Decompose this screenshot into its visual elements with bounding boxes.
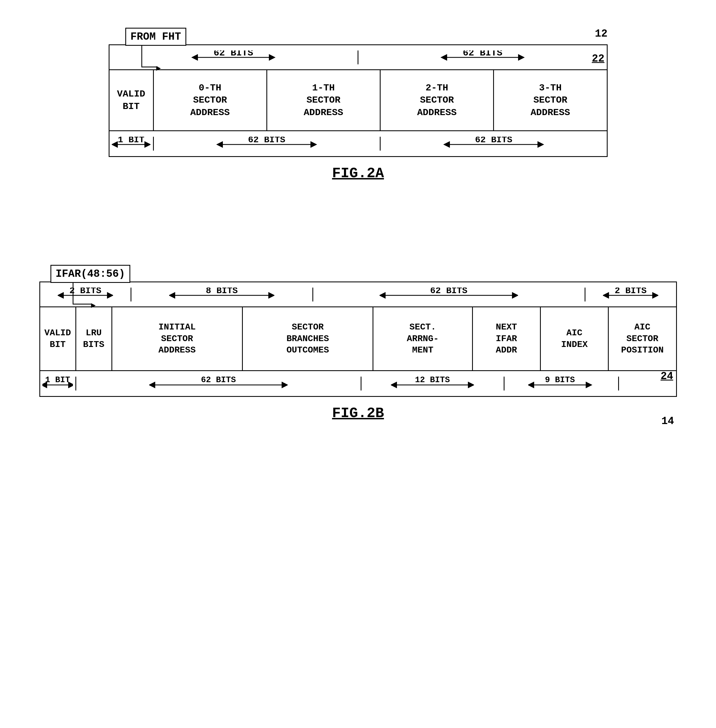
cell-2b-aic-sector: AICSECTORPOSITION bbox=[609, 307, 676, 370]
bottom-arrow-row-2b: 1 BIT 62 BITS bbox=[40, 371, 676, 396]
bottom-62bits-right: 62 BITS bbox=[381, 137, 607, 150]
cell-2th: 2-THSECTORADDRESS bbox=[381, 70, 494, 130]
arrow-62bits-right-svg: 62 BITS bbox=[441, 137, 546, 150]
cell-2b-lru: LRUBITS bbox=[76, 307, 112, 370]
bottom-62bits-left: 62 BITS bbox=[154, 137, 381, 150]
arrow-62-left: 62 BITS bbox=[109, 50, 358, 64]
ref-14: 14 bbox=[661, 415, 674, 427]
svg-text:1 BIT: 1 BIT bbox=[45, 377, 70, 385]
ref-12: 12 bbox=[595, 28, 608, 40]
svg-bot-12bits: 12 BITS bbox=[391, 377, 474, 391]
arrow-62-right: 62 BITS 22 bbox=[358, 50, 607, 64]
cell-2b-branches: SECTORBRANCHESOUTCOMES bbox=[243, 307, 373, 370]
bottom-2b-1bit: 1 BIT bbox=[40, 377, 76, 391]
cells-row-2b: VALIDBIT LRUBITS INITIALSECTORADDRESS SE… bbox=[40, 307, 676, 371]
cell-2b-valid: VALIDBIT bbox=[40, 307, 76, 370]
svg-text:9 BITS: 9 BITS bbox=[545, 377, 575, 385]
cell-3th: 3-THSECTORADDRESS bbox=[494, 70, 607, 130]
arrow-62bits-2b: 62 BITS bbox=[313, 287, 586, 301]
svg-text:62 BITS: 62 BITS bbox=[463, 50, 502, 58]
cell-2b-next-ifar: NEXTIFARADDR bbox=[473, 307, 541, 370]
cell-valid-bit: VALIDBIT bbox=[109, 70, 154, 130]
svg-text:1 BIT: 1 BIT bbox=[118, 137, 144, 145]
svg-text:12 BITS: 12 BITS bbox=[415, 377, 450, 385]
svg-2bits-1: 2 BITS bbox=[58, 287, 113, 301]
bottom-arrow-row-2a: 1 BIT bbox=[109, 131, 607, 156]
svg-text:2 BITS: 2 BITS bbox=[615, 287, 647, 296]
page: 12 FROM FHT ▶ bbox=[0, 0, 716, 728]
top-arrow-row-2b: 2 BITS 8 BITS bbox=[40, 282, 676, 307]
arrow-1bit-svg: 1 BIT bbox=[112, 137, 150, 150]
svg-text:62 BITS: 62 BITS bbox=[214, 50, 253, 58]
svg-text:62 BITS: 62 BITS bbox=[475, 137, 512, 145]
from-fht-label: FROM FHT bbox=[125, 28, 186, 46]
arrow-2bits-2: 2 BITS bbox=[586, 287, 676, 301]
cell-2b-arrng: SECT.ARRNG-MENT bbox=[373, 307, 473, 370]
cell-2b-initial-sector: INITIALSECTORADDRESS bbox=[112, 307, 243, 370]
ref-22: 22 bbox=[592, 53, 605, 65]
cell-0th: 0-THSECTORADDRESS bbox=[154, 70, 267, 130]
ref-24: 24 bbox=[661, 370, 673, 382]
svg-text:8 BITS: 8 BITS bbox=[206, 287, 238, 296]
bottom-2b-62bits: 62 BITS bbox=[76, 377, 361, 391]
bottom-2b-9bits: 9 BITS bbox=[505, 377, 619, 391]
bottom-2b-12bits: 12 BITS bbox=[361, 377, 505, 391]
svg-text:62 BITS: 62 BITS bbox=[248, 137, 285, 145]
svg-8bits: 8 BITS bbox=[169, 287, 275, 301]
svg-text:2 BITS: 2 BITS bbox=[69, 287, 101, 296]
cell-1th: 1-THSECTORADDRESS bbox=[267, 70, 381, 130]
dbl-arrow-svg-right: 62 BITS bbox=[438, 50, 527, 64]
svg-text:62 BITS: 62 BITS bbox=[201, 377, 236, 385]
svg-62bits-2b: 62 BITS bbox=[379, 287, 518, 301]
top-arrow-row-2a: 62 BITS 62 BITS bbox=[109, 45, 607, 70]
fig2a-diagram: 62 BITS 62 BITS bbox=[109, 44, 608, 157]
fig2b-container: IFAR(48:56) ▶ 2 BITS bbox=[39, 265, 677, 421]
svg-2bits-2: 2 BITS bbox=[603, 287, 658, 301]
fig2a-container: 12 FROM FHT ▶ bbox=[109, 28, 608, 182]
arrow-2bits-1: 2 BITS bbox=[40, 287, 131, 301]
cell-2b-aic-index: AICINDEX bbox=[541, 307, 609, 370]
cells-row-2a: VALIDBIT 0-THSECTORADDRESS 1-THSECTORADD… bbox=[109, 70, 607, 131]
arrow-8bits: 8 BITS bbox=[131, 287, 313, 301]
fig2b-label: FIG.2B bbox=[39, 405, 677, 421]
svg-text:62 BITS: 62 BITS bbox=[430, 287, 467, 296]
svg-bot-1bit: 1 BIT bbox=[42, 377, 73, 391]
arrow-62bits-center-svg: 62 BITS bbox=[214, 137, 319, 150]
fig2b-diagram: 2 BITS 8 BITS bbox=[39, 281, 677, 397]
svg-bot-9bits: 9 BITS bbox=[528, 377, 595, 391]
bottom-1bit: 1 BIT bbox=[109, 137, 154, 150]
fig2a-label: FIG.2A bbox=[109, 165, 608, 182]
svg-bot-62bits: 62 BITS bbox=[149, 377, 288, 391]
ifar-label: IFAR(48:56) bbox=[50, 265, 130, 283]
dbl-arrow-svg-left: 62 BITS bbox=[189, 50, 278, 64]
